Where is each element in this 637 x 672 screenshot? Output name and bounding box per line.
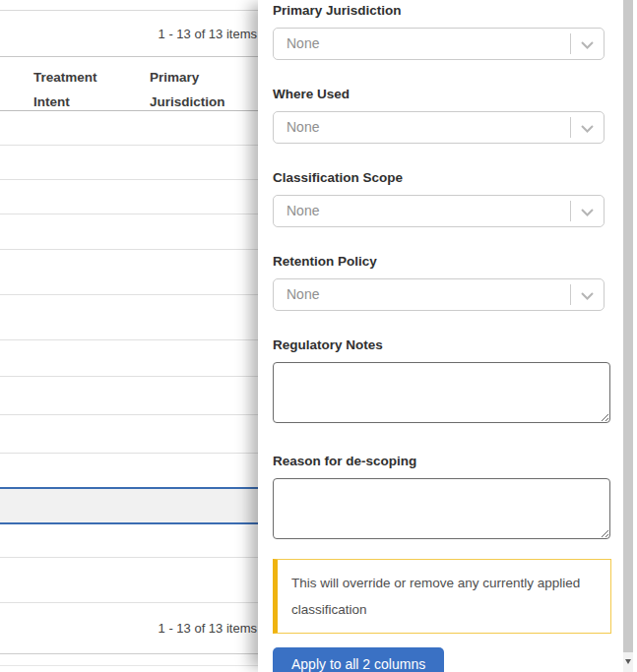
- where-used-select[interactable]: None: [273, 111, 605, 144]
- reason-for-descoping-textarea[interactable]: [273, 478, 610, 539]
- chevron-down-icon: [579, 36, 596, 53]
- field-label-where-used: Where Used: [273, 87, 637, 101]
- table-body: [0, 111, 258, 603]
- chevron-down-icon: [579, 204, 596, 220]
- field-label-primary-jurisdiction: Primary Jurisdiction: [273, 3, 637, 18]
- scrollbar-down-button[interactable]: [623, 652, 633, 672]
- down-arrow-icon: [625, 659, 631, 664]
- pager-top: 1 - 13 of 13 items: [0, 10, 258, 56]
- field-label-classification-scope: Classification Scope: [273, 170, 637, 185]
- screen: 1 - 13 of 13 items Treatment Intent Prim…: [0, 0, 637, 672]
- apply-button[interactable]: Apply to all 2 columns: [273, 647, 444, 672]
- table-row[interactable]: [0, 377, 258, 415]
- table-footer-divider: [0, 665, 258, 666]
- table-row[interactable]: [0, 180, 258, 214]
- primary-jurisdiction-select[interactable]: None: [273, 28, 605, 60]
- table-row[interactable]: [0, 111, 258, 146]
- table-row[interactable]: [0, 214, 258, 250]
- table-row[interactable]: [0, 558, 258, 603]
- table-row[interactable]: [0, 415, 258, 454]
- regulatory-notes-textarea[interactable]: [273, 362, 610, 423]
- table-row[interactable]: [0, 487, 258, 524]
- bulk-classification-panel: Primary Jurisdiction None Where Used Non…: [258, 0, 637, 672]
- table-row[interactable]: [0, 250, 258, 295]
- chevron-down-icon: [579, 120, 596, 137]
- column-header-treatment-intent[interactable]: Treatment Intent: [33, 65, 117, 114]
- field-label-retention-policy: Retention Policy: [273, 254, 637, 269]
- pager-info: 1 - 13 of 13 items: [159, 621, 257, 636]
- field-label-reason-descoping: Reason for de-scoping: [273, 454, 637, 468]
- column-header-primary-jurisdiction[interactable]: Primary Jurisdiction: [150, 65, 243, 114]
- table-row[interactable]: [0, 340, 258, 377]
- select-value: None: [287, 279, 319, 310]
- panel-scrollbar[interactable]: [623, 0, 633, 672]
- select-value: None: [287, 112, 319, 143]
- select-value: None: [287, 196, 319, 226]
- table-row[interactable]: [0, 524, 258, 558]
- pager-bottom: 1 - 13 of 13 items: [0, 603, 258, 654]
- select-value: None: [287, 29, 319, 59]
- scrollbar-thumb[interactable]: [623, 0, 633, 652]
- classification-scope-select[interactable]: None: [273, 195, 605, 227]
- background-table: 1 - 13 of 13 items Treatment Intent Prim…: [0, 0, 258, 672]
- warning-message: This will override or remove any current…: [273, 559, 611, 634]
- table-header-row: Treatment Intent Primary Jurisdiction: [0, 56, 258, 111]
- field-label-regulatory-notes: Regulatory Notes: [273, 337, 637, 352]
- chevron-down-icon: [579, 287, 596, 304]
- table-row[interactable]: [0, 146, 258, 180]
- pager-info: 1 - 13 of 13 items: [159, 27, 257, 41]
- table-row[interactable]: [0, 454, 258, 488]
- retention-policy-select[interactable]: None: [273, 278, 605, 311]
- table-row[interactable]: [0, 295, 258, 340]
